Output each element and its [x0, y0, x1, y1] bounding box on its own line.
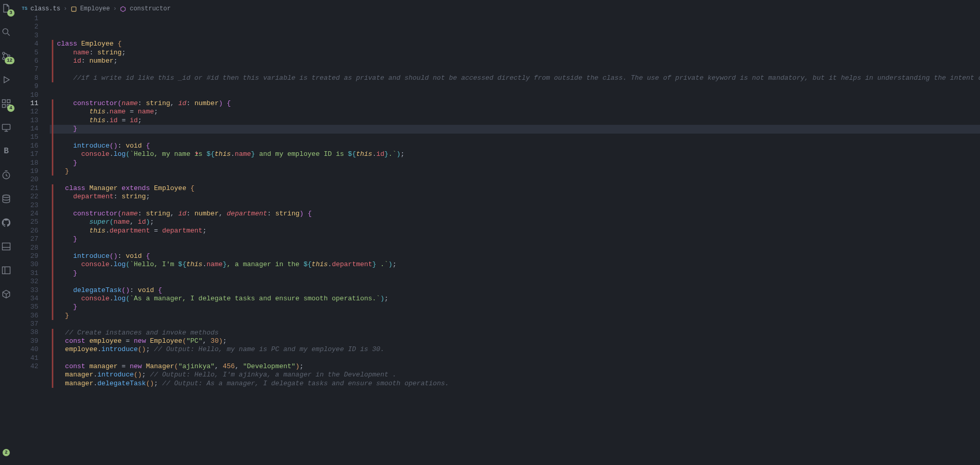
- code-line[interactable]: }: [50, 269, 980, 278]
- code-line[interactable]: //if i write id like this _id or #id the…: [50, 74, 980, 82]
- editor[interactable]: 1234567891011121314151617181920212223242…: [12, 14, 980, 465]
- change-indicator: [52, 176, 53, 184]
- change-indicator: [52, 218, 53, 226]
- code-line[interactable]: delegateTask(): void {: [50, 286, 980, 295]
- code-line[interactable]: [50, 65, 980, 74]
- line-gutter: 1234567891011121314151617181920212223242…: [12, 14, 50, 465]
- line-number: 28: [12, 244, 50, 252]
- line-number: 40: [12, 345, 50, 354]
- change-indicator: [52, 252, 53, 260]
- method-icon: [120, 6, 126, 12]
- line-number: 4: [12, 40, 50, 48]
- line-number: 21: [12, 184, 50, 193]
- svg-point-10: [3, 195, 9, 198]
- sidebar-icon[interactable]: [0, 264, 12, 277]
- code-line[interactable]: [50, 278, 980, 286]
- timer-icon[interactable]: [0, 169, 12, 181]
- run-debug-icon[interactable]: [0, 74, 12, 86]
- account-icon[interactable]: 2: [0, 446, 12, 459]
- code-line[interactable]: [50, 134, 980, 142]
- code-line[interactable]: const manager = new Manager("ajinkya", 4…: [50, 362, 980, 371]
- code-line[interactable]: console.log(`Hello, my name is ${this.na…: [50, 150, 980, 158]
- panel-icon[interactable]: [0, 240, 12, 253]
- bold-icon[interactable]: B: [0, 145, 12, 157]
- line-number: 38: [12, 328, 50, 337]
- activity-bar: 3 12 4 B 2: [0, 0, 12, 465]
- code-line[interactable]: }: [50, 167, 980, 176]
- line-number: 11: [12, 99, 50, 108]
- line-number: 25: [12, 218, 50, 226]
- line-number: 10: [12, 91, 50, 99]
- code-line[interactable]: }: [50, 159, 980, 167]
- code-line[interactable]: this.name = name;: [50, 108, 980, 116]
- change-indicator: [52, 362, 53, 371]
- source-control-icon[interactable]: 12: [0, 50, 12, 62]
- line-number: 23: [12, 201, 50, 210]
- code-line[interactable]: introduce(): void {: [50, 252, 980, 260]
- github-icon[interactable]: [0, 216, 12, 229]
- code-line[interactable]: const employee = new Employee("PC", 30);: [50, 337, 980, 345]
- change-indicator: [52, 227, 53, 235]
- code-line[interactable]: [50, 176, 980, 184]
- breadcrumb-class[interactable]: Employee: [80, 5, 110, 12]
- code-line[interactable]: constructor(name: string, id: number, de…: [50, 210, 980, 218]
- code-line[interactable]: console.log(`As a manager, I delegate ta…: [50, 295, 980, 303]
- explorer-icon[interactable]: 3: [0, 2, 12, 14]
- code-line[interactable]: class Manager extends Employee {: [50, 184, 980, 193]
- database-icon[interactable]: [0, 193, 12, 205]
- change-indicator: [52, 380, 53, 388]
- change-indicator: [52, 371, 53, 379]
- code-area[interactable]: class Employee { name: string; id: numbe…: [50, 14, 980, 465]
- code-line[interactable]: class Employee {: [50, 40, 980, 48]
- line-number: 8: [12, 74, 50, 82]
- code-line[interactable]: [50, 82, 980, 91]
- code-line[interactable]: manager.delegateTask(); // Output: As a …: [50, 380, 980, 388]
- code-line[interactable]: name: string;: [50, 49, 980, 57]
- code-line[interactable]: }: [50, 235, 980, 243]
- code-line[interactable]: id: number;: [50, 57, 980, 65]
- code-line[interactable]: introduce(): void {: [50, 142, 980, 150]
- line-number: 1: [12, 14, 50, 23]
- code-line[interactable]: [50, 320, 980, 328]
- search-icon[interactable]: [0, 26, 12, 38]
- change-indicator: [52, 312, 53, 320]
- code-line[interactable]: [50, 354, 980, 362]
- code-line[interactable]: super(name, id);: [50, 218, 980, 226]
- code-line[interactable]: this.id = id;: [50, 117, 980, 125]
- line-number: 12: [12, 108, 50, 116]
- code-line[interactable]: }: [50, 312, 980, 320]
- change-indicator: [52, 159, 53, 167]
- class-icon: [70, 6, 77, 12]
- code-line[interactable]: constructor(name: string, id: number) {: [50, 99, 980, 108]
- svg-rect-12: [3, 267, 10, 273]
- remote-icon[interactable]: [0, 121, 12, 134]
- line-number: 6: [12, 57, 50, 65]
- svg-rect-4: [3, 100, 6, 103]
- breadcrumb[interactable]: TS class.ts › Employee › constructor: [12, 4, 980, 14]
- code-line[interactable]: manager.introduce(); // Output: Hello, I…: [50, 371, 980, 379]
- line-number: 31: [12, 269, 50, 278]
- extensions-icon[interactable]: 4: [0, 97, 12, 110]
- code-line[interactable]: console.log(`Hello, I'm ${this.name}, a …: [50, 260, 980, 269]
- box-icon[interactable]: [0, 288, 12, 300]
- code-line[interactable]: department: string;: [50, 193, 980, 201]
- code-line[interactable]: // Create instances and invoke methods: [50, 329, 980, 337]
- breadcrumb-file[interactable]: class.ts: [31, 5, 61, 12]
- breadcrumb-method[interactable]: constructor: [129, 5, 170, 12]
- line-number: 2: [12, 23, 50, 31]
- line-number: 24: [12, 210, 50, 218]
- code-line[interactable]: [50, 388, 980, 396]
- code-line[interactable]: employee.introduce(); // Output: Hello, …: [50, 345, 980, 354]
- svg-point-1: [3, 52, 5, 54]
- chevron-right-icon: ›: [63, 5, 67, 12]
- change-indicator: [52, 108, 53, 116]
- code-line[interactable]: [50, 244, 980, 252]
- code-line[interactable]: this.department = department;: [50, 227, 980, 235]
- code-line[interactable]: }: [50, 303, 980, 311]
- line-number: 42: [12, 362, 50, 371]
- code-line[interactable]: [50, 201, 980, 210]
- code-line[interactable]: }: [50, 125, 980, 133]
- code-line[interactable]: [50, 91, 980, 99]
- line-number: 13: [12, 117, 50, 125]
- change-indicator: [52, 244, 53, 252]
